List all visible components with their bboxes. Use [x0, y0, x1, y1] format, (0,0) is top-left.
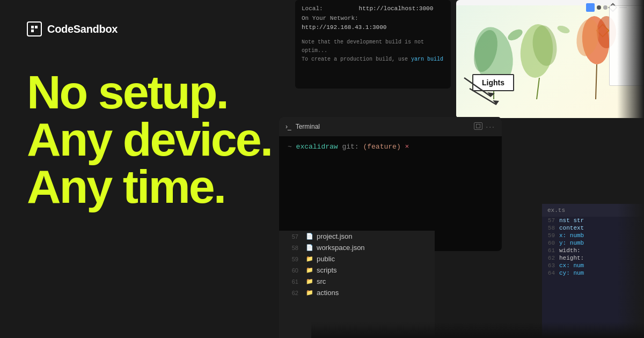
terminal-more-icon[interactable]: ···	[486, 122, 495, 131]
network-url: http://192.168.43.1:3000	[302, 24, 386, 31]
file-tree-item[interactable]: 62📁actions	[279, 287, 435, 298]
local-url-line: Local: http://localhost:3000	[302, 4, 444, 14]
local-label: Local:	[302, 4, 355, 14]
file-tree-item[interactable]: 58📄workspace.json	[279, 242, 435, 253]
dev-server-panel: Local: http://localhost:3000 On Your Net…	[295, 0, 451, 89]
logo-container: CodeSandbox	[27, 21, 284, 36]
terminal-body: ~ excalidraw git: (feature) ×	[279, 136, 502, 159]
panels-section: Local: http://localhost:3000 On Your Net…	[279, 0, 644, 338]
network-url-line: On Your Network: http://192.168.43.1:300…	[302, 14, 444, 33]
svg-line-12	[596, 64, 597, 99]
logo-icon	[27, 21, 42, 36]
folder-icon: 📁	[306, 278, 313, 285]
file-tree-item[interactable]: 57📄project.json	[279, 231, 435, 242]
file-name: workspace.json	[317, 244, 365, 252]
file-name: src	[317, 277, 326, 285]
svg-rect-1	[35, 26, 38, 28]
code-lines: 57nst str58context59x: numb60y: numb61wi…	[542, 217, 644, 277]
code-filename: ex.ts	[542, 204, 644, 217]
file-tree-item[interactable]: 60📁scripts	[279, 264, 435, 276]
terminal-title: Terminal	[296, 123, 470, 130]
code-line: 63cx: num	[542, 262, 644, 269]
svg-rect-0	[31, 26, 34, 28]
terminal-prompt-line: ~ excalidraw git: (feature) ×	[288, 143, 493, 151]
terminal-tilde: ~	[288, 143, 296, 151]
code-line: 58context	[542, 224, 644, 232]
svg-rect-2	[31, 30, 34, 32]
code-line: 59x: numb	[542, 232, 644, 239]
file-name: actions	[317, 289, 339, 297]
terminal-header-actions: ···	[474, 122, 495, 131]
dev-server-content: Local: http://localhost:3000 On Your Net…	[295, 0, 451, 68]
hero-line1: No setup.	[27, 69, 284, 116]
file-tree-item[interactable]: 59📁public	[279, 253, 435, 264]
file-icon: 📄	[306, 233, 313, 240]
file-tree-list: 57📄project.json58📄workspace.json59📁publi…	[279, 231, 435, 298]
terminal-maximize-icon[interactable]	[474, 122, 482, 130]
terminal-header: ›_ Terminal ···	[279, 117, 502, 136]
file-tree-item[interactable]: 61📁src	[279, 276, 435, 287]
code-panel: ex.ts 57nst str58context59x: numb60y: nu…	[542, 204, 644, 338]
network-label: On Your Network:	[302, 14, 358, 24]
hero-headline: No setup. Any device. Any time.	[27, 69, 284, 210]
file-name: scripts	[317, 266, 337, 274]
hero-line2: Any device.	[27, 116, 284, 163]
file-name: project.json	[317, 232, 352, 240]
terminal-git-branch: (feature)	[363, 143, 400, 151]
code-line: 64cy: num	[542, 269, 644, 277]
terminal-git-modified: ×	[405, 143, 409, 151]
local-url: http://localhost:3000	[359, 5, 434, 12]
file-name: public	[317, 255, 335, 263]
code-line: 57nst str	[542, 217, 644, 224]
folder-icon: 📁	[306, 289, 313, 296]
code-line: 62height:	[542, 254, 644, 262]
dev-server-note: Note that the development build is not o…	[302, 38, 444, 64]
hero-line3: Any time.	[27, 163, 284, 210]
svg-point-13	[506, 27, 524, 43]
code-line: 61width:	[542, 247, 644, 254]
terminal-prompt-icon: ›_	[286, 123, 291, 130]
folder-icon: 📁	[306, 267, 313, 274]
file-icon: 📄	[306, 244, 313, 251]
folder-icon: 📁	[306, 255, 313, 262]
logo-text: CodeSandbox	[47, 23, 118, 35]
drawing-card	[609, 5, 644, 86]
code-line: 60y: numb	[542, 239, 644, 247]
svg-point-14	[557, 24, 571, 34]
hero-section: CodeSandbox No setup. Any device. Any ti…	[0, 0, 311, 338]
svg-line-8	[537, 78, 539, 99]
file-tree-panel: 57📄project.json58📄workspace.json59📁publi…	[279, 231, 435, 338]
drawing-panel: → … Lights	[456, 0, 644, 118]
terminal-dirname: excalidraw	[296, 143, 338, 151]
terminal-git-prefix: git:	[342, 143, 358, 151]
drawing-arrows-svg	[462, 75, 504, 107]
